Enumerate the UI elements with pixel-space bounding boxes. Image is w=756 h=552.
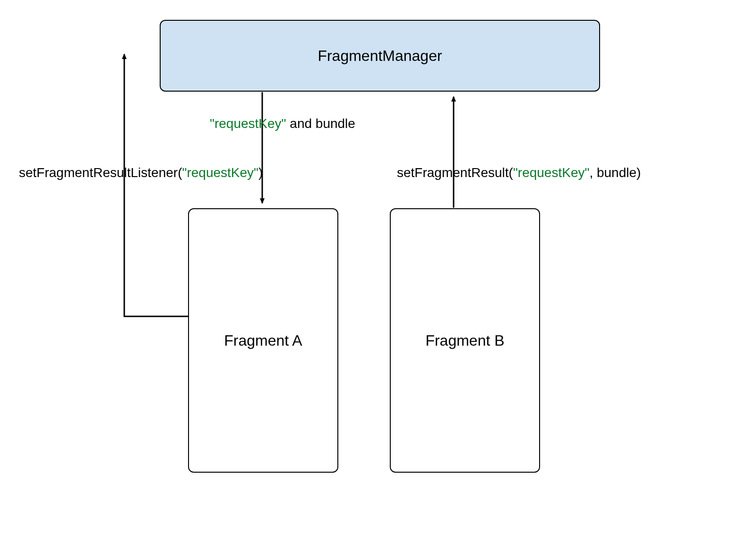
- result-post: , bundle): [589, 165, 641, 180]
- listener-key: "requestKey": [182, 165, 258, 180]
- listener-post: ): [258, 165, 263, 180]
- mid-label: "requestKey" and bundle: [210, 116, 355, 131]
- mid-key: "requestKey": [210, 116, 286, 131]
- mid-post: and bundle: [286, 116, 355, 131]
- fragment-manager-label: FragmentManager: [318, 47, 442, 65]
- listener-pre: setFragmentResultListener(: [19, 165, 182, 180]
- result-pre: setFragmentResult(: [397, 165, 513, 180]
- result-label: setFragmentResult("requestKey", bundle): [397, 165, 641, 180]
- fragment-manager-box: FragmentManager: [160, 20, 600, 92]
- listener-label: setFragmentResultListener("requestKey"): [19, 165, 263, 180]
- diagram-canvas: FragmentManager Fragment A Fragment B se…: [0, 0, 756, 552]
- fragment-b-box: Fragment B: [390, 208, 540, 473]
- result-key: "requestKey": [513, 165, 590, 180]
- fragment-b-label: Fragment B: [425, 332, 504, 349]
- fragment-a-label: Fragment A: [224, 332, 302, 349]
- fragment-a-box: Fragment A: [188, 208, 338, 473]
